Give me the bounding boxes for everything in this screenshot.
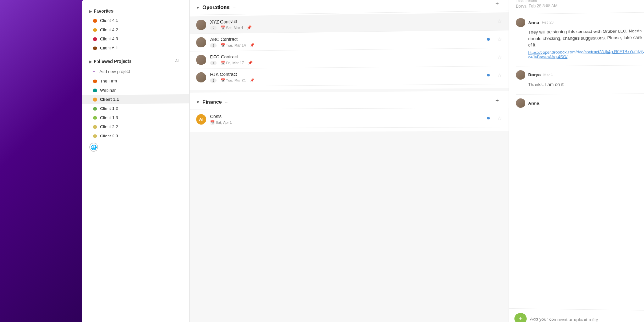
favorites-list: Client 4.1 Client 4.2 Client 4.3 Client …: [82, 15, 189, 53]
comment-header: Anna Feb 28: [516, 16, 644, 27]
task-count: 1: [210, 61, 217, 65]
task-item[interactable]: HJK Contract 1 📅 Tue, Mar 21 📌 ☆: [190, 66, 509, 86]
avatar-image: [196, 20, 206, 30]
favorites-label: Favorites: [94, 8, 113, 14]
sidebar-item-label: Client 2.3: [100, 134, 118, 138]
dot-icon: [93, 134, 97, 138]
dot-icon: [93, 19, 97, 23]
task-created-by: Borys, Feb 28 3:08 AM: [516, 2, 644, 8]
sidebar: ▶ Favorites Client 4.1 Client 4.2 Client…: [82, 0, 190, 322]
comment-add-fab[interactable]: +: [514, 313, 527, 322]
app-container: ▶ Favorites Client 4.1 Client 4.2 Client…: [82, 0, 644, 322]
sidebar-item-label: The Firm: [100, 79, 117, 83]
task-info: DFG Contract 1 📅 Fri, Mar 17 📌: [210, 52, 494, 65]
pin-icon: 📌: [250, 78, 254, 82]
task-item[interactable]: AI Costs 📅 Sat, Apr 1 ☆: [190, 109, 509, 128]
finance-more-btn[interactable]: ···: [225, 100, 229, 104]
star-icon[interactable]: ☆: [497, 36, 502, 42]
sidebar-item-label: Client 1.1: [100, 97, 119, 102]
star-icon[interactable]: ☆: [497, 72, 502, 78]
sidebar-followed-item[interactable]: Client 1.3: [82, 113, 189, 122]
sidebar-item-label: Client 2.2: [100, 125, 118, 129]
task-name: Costs: [210, 113, 494, 119]
sidebar-item-label: Client 4.2: [100, 27, 118, 32]
finance-add-btn[interactable]: +: [492, 96, 502, 105]
comments-list: Anna Feb 28 They will be signing this co…: [516, 16, 644, 108]
avatar-image: [196, 37, 206, 48]
dot-icon: [93, 97, 97, 101]
task-date: 📅 Sat, Apr 1: [210, 120, 232, 125]
dot-icon: [93, 88, 97, 92]
comment-date: Feb 28: [542, 20, 553, 24]
pin-icon: 📌: [250, 43, 254, 47]
task-info: HJK Contract 1 📅 Tue, Mar 21 📌: [210, 69, 494, 83]
task-avatar: [196, 55, 206, 65]
unread-dot: [487, 117, 490, 119]
comment-avatar: [516, 70, 525, 79]
comment-divider: [516, 65, 644, 66]
sidebar-favorite-item[interactable]: Client 4.2: [82, 24, 189, 35]
add-project-label: Add new project: [99, 69, 130, 74]
task-count: 1: [210, 43, 217, 47]
all-button[interactable]: ALL: [175, 59, 182, 63]
dot-icon: [93, 79, 97, 83]
avatar-image: [196, 72, 206, 83]
favorites-arrow: ▶: [89, 9, 92, 13]
comment-block: Borys Mar 1 Thanks. I am on it.: [516, 69, 644, 88]
dot-icon: [93, 125, 97, 129]
finance-arrow: ▼: [196, 100, 200, 104]
task-date: 📅 Tue, Mar 14: [220, 43, 246, 47]
sidebar-followed-item[interactable]: Client 2.3: [82, 131, 189, 141]
sidebar-followed-item[interactable]: Client 1.2: [82, 103, 189, 113]
plus-icon: +: [91, 69, 97, 75]
sidebar-item-label: Webinar: [100, 88, 116, 92]
panel-scroll: Task created Borys, Feb 28 3:08 AM Anna …: [509, 0, 644, 310]
globe-item[interactable]: 🌐: [82, 140, 189, 154]
operations-more-btn[interactable]: ···: [233, 5, 236, 9]
sidebar-followed-item[interactable]: Client 1.1: [82, 94, 189, 104]
task-item[interactable]: DFG Contract 1 📅 Fri, Mar 17 📌 ☆: [190, 48, 509, 69]
add-project-item[interactable]: + Add new project: [82, 66, 189, 77]
star-icon[interactable]: ☆: [497, 115, 502, 121]
avatar-image: [196, 55, 206, 65]
star-icon[interactable]: ☆: [497, 18, 502, 24]
star-icon[interactable]: ☆: [497, 54, 502, 60]
dot-icon: [93, 116, 97, 119]
sidebar-favorite-item[interactable]: Client 4.3: [82, 33, 189, 44]
comment-input[interactable]: [530, 316, 644, 322]
comment-link[interactable]: https://paper.dropbox.com/doc/contract38…: [516, 49, 644, 59]
sidebar-followed-item[interactable]: The Firm: [82, 76, 189, 86]
comment-block: Anna Feb 28 They will be signing this co…: [516, 16, 644, 59]
operations-title: Operations: [203, 4, 230, 10]
sidebar-item-label: Client 1.2: [100, 106, 118, 111]
sidebar-favorite-item[interactable]: Client 4.1: [82, 15, 189, 25]
followed-projects-section[interactable]: ▶ Followed Projects ALL: [82, 56, 189, 67]
task-date: 📅 Sat, Mar 4: [220, 25, 243, 30]
pin-icon: 📌: [248, 60, 252, 65]
task-info: XYZ Contract 2 📅 Sat, Mar 4 📌: [210, 16, 494, 30]
dot-icon: [93, 46, 97, 50]
task-info: ABC Contract 1 📅 Tue, Mar 14 📌: [210, 34, 494, 48]
comment-author: Borys: [528, 72, 541, 77]
task-meta: 1 📅 Tue, Mar 21 📌: [210, 76, 494, 83]
task-date: 📅 Fri, Mar 17: [220, 60, 244, 65]
comment-author: Anna: [528, 20, 539, 25]
dot-icon: [93, 107, 97, 110]
right-panel: Task created Borys, Feb 28 3:08 AM Anna …: [509, 0, 644, 322]
comment-author: Anna: [528, 101, 539, 106]
sidebar-followed-item[interactable]: Webinar: [82, 85, 189, 95]
task-count: 2: [210, 26, 217, 30]
sidebar-followed-item[interactable]: Client 2.2: [82, 122, 189, 131]
favorites-section[interactable]: ▶ Favorites: [82, 5, 189, 16]
sidebar-item-label: Client 4.3: [100, 36, 118, 42]
comment-input-area: +: [509, 308, 644, 322]
task-item[interactable]: ABC Contract 1 📅 Tue, Mar 14 📌 ☆: [190, 30, 509, 51]
sidebar-favorite-item[interactable]: Client 5.1: [82, 42, 189, 53]
pin-icon: 📌: [247, 25, 252, 30]
sidebar-item-label: Client 5.1: [100, 46, 118, 51]
task-name: HJK Contract: [210, 69, 494, 77]
task-avatar: [196, 72, 206, 83]
avatar-text: AI: [199, 117, 203, 122]
operations-add-btn[interactable]: +: [492, 0, 502, 8]
comment-avatar: [516, 18, 525, 27]
